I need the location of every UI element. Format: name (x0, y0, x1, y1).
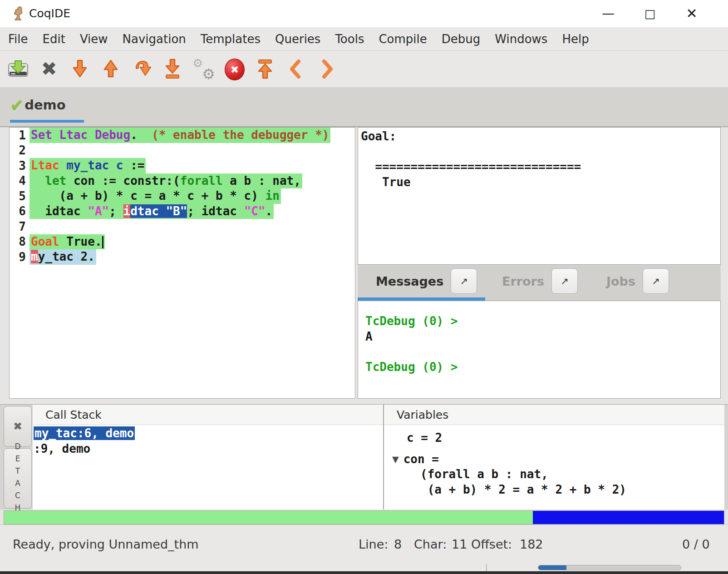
toolbar-next-occurrence-button[interactable] (316, 58, 338, 80)
line-number: 1 (10, 129, 26, 142)
menu-item-view[interactable]: View (80, 32, 108, 46)
detach-errors-button[interactable]: ↗ (551, 268, 578, 294)
variable-text: (forall a b : nat, (420, 467, 548, 482)
variable-row[interactable]: (forall a b : nat, (384, 467, 724, 482)
script-editor[interactable]: 1Set Ltac Debug. (* enable the debugger … (9, 127, 355, 399)
code-line[interactable]: 8Goal True. (10, 234, 355, 250)
call-stack-frame[interactable]: my_tac:6, demo (34, 426, 383, 441)
tab-jobs[interactable]: Jobs ↗ (606, 265, 669, 297)
messages-tab-label: Messages (376, 274, 443, 288)
line-number: 9 (10, 250, 26, 264)
detach-jobs-button[interactable]: ↗ (643, 268, 669, 294)
offset-value: 182 (520, 525, 543, 564)
menu-item-queries[interactable]: Queries (275, 32, 320, 46)
tab-messages[interactable]: Messages ↗ (376, 265, 477, 297)
message-line: TcDebug (0) > (365, 314, 720, 329)
variable-row[interactable]: ▼con = (384, 452, 724, 467)
code-line[interactable]: 2 (10, 143, 355, 158)
variable-text: c = 2 (407, 430, 442, 446)
arrow-to-top-icon (254, 58, 276, 80)
char-value: 11 (452, 525, 467, 564)
chevron-right-icon (316, 58, 338, 80)
toolbar-save-button[interactable] (7, 58, 29, 80)
variable-row[interactable]: (a + b) * 2 = a * 2 + b * 2) (384, 482, 724, 498)
toolbar-backward-one-command-button[interactable] (100, 58, 122, 80)
interrupt-stop-icon: ✖ (225, 59, 245, 80)
messages-panel[interactable]: TcDebug (0) >ATcDebug (0) > (358, 301, 721, 399)
offset-label: Offset: (471, 525, 512, 564)
line-number: 8 (10, 235, 26, 248)
code-line[interactable]: 9my_tac 2. (10, 249, 355, 265)
code-line[interactable]: 4 let con := constr:(forall a b : nat, (10, 173, 355, 189)
close-tab-icon: ✖ (38, 58, 60, 80)
messages-tab-bar: Messages ↗ Errors ↗ Jobs ↗ (358, 265, 721, 301)
menu-item-navigation[interactable]: Navigation (123, 32, 186, 46)
maximize-icon[interactable]: □ (640, 0, 660, 27)
close-window-icon[interactable]: ✕ (682, 0, 702, 27)
active-tab-underline (10, 120, 84, 123)
variables-panel: Variables c = 2▼con =(forall a b : nat, … (384, 405, 724, 510)
code-line[interactable]: 5 (a + b) * c = a * c + b * c) in (10, 188, 355, 204)
status-message: Ready, proving Unnamed_thm (13, 525, 199, 564)
menu-item-edit[interactable]: Edit (43, 32, 65, 46)
messages-content: TcDebug (0) >ATcDebug (0) > (358, 301, 720, 375)
code-line[interactable]: 7 (10, 219, 355, 234)
toolbar-preferences-button[interactable]: ⚙ ⚙ (192, 58, 214, 80)
variable-text: con = (403, 452, 439, 467)
jobs-tab-label: Jobs (606, 274, 635, 288)
line-number: 7 (10, 220, 26, 233)
tab-demo[interactable]: ✔ demo (10, 92, 66, 118)
toolbar-interrupt-button[interactable]: ✖ (223, 58, 245, 80)
message-line: A (365, 329, 720, 345)
call-stack-list: my_tac:6, demo:9, demo (33, 425, 383, 456)
line-content: let con := constr:(forall a b : nat, (30, 173, 302, 189)
line-value: 8 (394, 525, 402, 564)
processing-segment (533, 511, 724, 524)
menu-item-compile[interactable]: Compile (379, 32, 427, 46)
menu-item-windows[interactable]: Windows (495, 32, 547, 46)
minimize-icon[interactable]: — (598, 0, 618, 27)
line-content: Ltac my_tac c := (30, 158, 146, 173)
processed-segment (4, 511, 533, 524)
toolbar-previous-occurrence-button[interactable] (285, 58, 307, 80)
menu-item-help[interactable]: Help (562, 32, 589, 46)
menu-item-file[interactable]: File (8, 32, 28, 46)
arrow-to-bottom-icon (162, 58, 183, 80)
call-stack-frame[interactable]: :9, demo (34, 441, 383, 457)
variable-row[interactable]: c = 2 (384, 430, 724, 446)
toolbar-go-to-end-button[interactable] (162, 58, 183, 80)
toolbar-forward-one-command-button[interactable] (69, 58, 91, 80)
toolbar-go-to-start-button[interactable] (254, 58, 276, 80)
variable-text: (a + b) * 2 = a * 2 + b * 2) (420, 482, 626, 498)
document-tab-bar: ✔ demo (0, 87, 728, 127)
job-counter: 0 / 0 (682, 525, 710, 564)
menu-bar: FileEditViewNavigationTemplatesQueriesTo… (0, 27, 728, 51)
char-label: Char: (414, 525, 447, 564)
code-line[interactable]: 3Ltac my_tac c := (10, 158, 355, 173)
variables-list: c = 2▼con =(forall a b : nat, (a + b) * … (384, 425, 724, 497)
toolbar-close-button[interactable]: ✖ (38, 58, 60, 80)
call-stack-header: Call Stack (33, 405, 383, 425)
code-line[interactable]: 6 idtac "A"; idtac "B"; idtac "C". (10, 204, 355, 219)
close-debug-panel-button[interactable]: ✖ (4, 406, 32, 447)
tab-errors[interactable]: Errors ↗ (502, 265, 578, 297)
chevron-left-icon (285, 58, 307, 80)
tab-label: demo (25, 97, 66, 113)
detach-debug-panel-button[interactable]: DETACH (4, 448, 32, 509)
processing-progress-bar (4, 510, 724, 525)
message-line (365, 344, 720, 360)
curved-arrow-down-icon (131, 58, 152, 80)
status-bar: Ready, proving Unnamed_thm Line: 8 Char:… (0, 525, 728, 564)
expander-triangle-icon[interactable]: ▼ (392, 452, 399, 467)
code-line[interactable]: 1Set Ltac Debug. (* enable the debugger … (10, 128, 355, 143)
toolbar-go-to-cursor-button[interactable] (131, 58, 152, 80)
line-number: 6 (10, 204, 26, 218)
menu-item-templates[interactable]: Templates (201, 32, 261, 46)
menu-item-debug[interactable]: Debug (442, 32, 481, 46)
menu-item-tools[interactable]: Tools (335, 32, 364, 46)
mini-progress-bar (538, 565, 681, 570)
goal-panel[interactable]: Goal: ============================= True (358, 127, 721, 265)
save-icon (7, 58, 29, 80)
detach-messages-button[interactable]: ↗ (451, 268, 477, 294)
line-label: Line: (359, 525, 388, 564)
